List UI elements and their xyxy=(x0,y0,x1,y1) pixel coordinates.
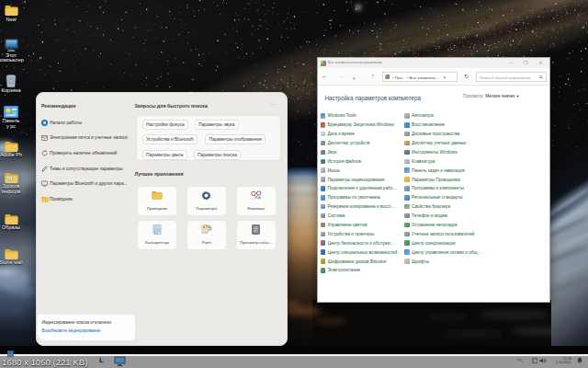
svg-text:x1: x1 xyxy=(7,177,11,180)
